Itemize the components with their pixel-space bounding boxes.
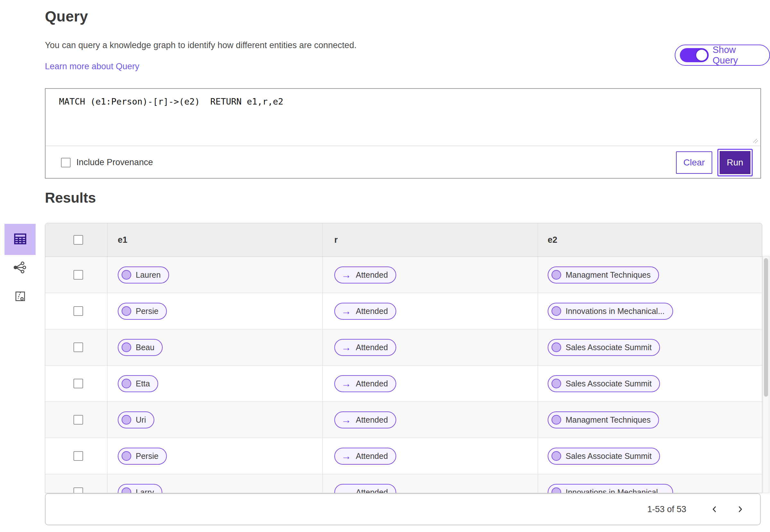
row-checkbox[interactable]	[73, 379, 83, 388]
relation-chip[interactable]: → Attended	[334, 411, 396, 428]
right-arrow-icon: →	[341, 379, 351, 389]
chip-label-e1: Lauren	[136, 270, 161, 280]
entity-node-icon	[552, 270, 561, 280]
learn-more-link[interactable]: Learn more about Query	[45, 62, 139, 72]
path-view-button[interactable]	[14, 291, 27, 303]
entity-chip-e1[interactable]: Etta	[118, 375, 158, 392]
right-arrow-icon: →	[341, 487, 351, 494]
entity-chip-e2[interactable]: Sales Associate Summit	[548, 448, 660, 465]
column-header-e2[interactable]: e2	[548, 235, 557, 245]
chip-label-e1: Persie	[136, 452, 158, 461]
next-page-button[interactable]	[733, 502, 747, 516]
query-input[interactable]	[46, 89, 760, 146]
right-arrow-icon: →	[341, 451, 351, 461]
row-checkbox[interactable]	[73, 487, 83, 493]
toggle-on-icon[interactable]	[680, 48, 709, 62]
entity-node-icon	[122, 379, 131, 388]
table-view-button[interactable]	[4, 224, 36, 255]
chip-label-e1: Persie	[136, 307, 158, 316]
chip-label-e2: Innovations in Mechanical...	[566, 488, 665, 494]
chip-label-e1: Uri	[136, 415, 146, 425]
row-checkbox[interactable]	[73, 451, 83, 461]
include-provenance-label: Include Provenance	[76, 157, 153, 167]
table-body: Lauren → Attended Managment Techniques P…	[45, 257, 762, 493]
entity-node-icon	[552, 306, 561, 316]
entity-chip-e2[interactable]: Managment Techniques	[548, 411, 659, 428]
chip-label-e1: Beau	[136, 343, 154, 352]
table-row: Larry → Attended Innovations in Mechanic…	[45, 474, 762, 493]
row-checkbox[interactable]	[73, 306, 83, 316]
entity-chip-e1[interactable]: Beau	[118, 339, 163, 356]
query-editor-panel: Include Provenance Clear Run	[45, 88, 761, 179]
results-title: Results	[45, 190, 96, 206]
entity-node-icon	[122, 270, 131, 280]
entity-chip-e1[interactable]: Persie	[118, 448, 167, 465]
graph-view-button[interactable]	[13, 261, 27, 275]
include-provenance-checkbox[interactable]	[61, 158, 71, 167]
chip-label-r: Attended	[356, 415, 388, 425]
relation-chip[interactable]: → Attended	[334, 484, 396, 494]
table-scrollbar[interactable]	[763, 256, 769, 493]
entity-chip-e2[interactable]: Innovations in Mechanical...	[548, 303, 673, 320]
query-description: You can query a knowledge graph to ident…	[45, 40, 356, 50]
select-all-checkbox[interactable]	[73, 235, 83, 245]
table-view-icon	[13, 231, 28, 248]
right-arrow-icon: →	[341, 415, 351, 425]
entity-chip-e2[interactable]: Sales Associate Summit	[548, 375, 660, 392]
chip-label-r: Attended	[356, 343, 388, 352]
run-button[interactable]: Run	[720, 151, 750, 174]
table-header-row: e1 r e2	[45, 223, 762, 257]
table-row: Lauren → Attended Managment Techniques	[45, 257, 762, 293]
relation-chip[interactable]: → Attended	[334, 448, 396, 465]
toggle-knob	[695, 49, 708, 62]
chevron-left-icon	[710, 505, 719, 514]
entity-chip-e2[interactable]: Sales Associate Summit	[548, 339, 660, 356]
row-checkbox[interactable]	[73, 415, 83, 425]
relation-chip[interactable]: → Attended	[334, 375, 396, 392]
entity-node-icon	[122, 306, 131, 316]
resize-handle-icon[interactable]	[752, 137, 759, 144]
table-row: Uri → Attended Managment Techniques	[45, 402, 762, 438]
relation-chip[interactable]: → Attended	[334, 339, 396, 356]
column-header-r[interactable]: r	[334, 235, 338, 245]
chip-label-e2: Sales Associate Summit	[566, 452, 652, 461]
entity-node-icon	[552, 379, 561, 388]
entity-chip-e1[interactable]: Uri	[118, 411, 154, 428]
entity-node-icon	[552, 415, 561, 425]
entity-node-icon	[122, 487, 131, 493]
right-arrow-icon: →	[341, 342, 351, 352]
row-checkbox[interactable]	[73, 270, 83, 280]
entity-chip-e2[interactable]: Managment Techniques	[548, 266, 659, 283]
clear-button[interactable]: Clear	[676, 151, 712, 174]
pagination-bar: 1-53 of 53	[45, 493, 761, 525]
show-query-label: Show Query	[713, 45, 762, 66]
results-table: e1 r e2 Lauren → Attended Managment Tech…	[45, 223, 762, 493]
relation-chip[interactable]: → Attended	[334, 303, 396, 320]
chip-label-e2: Sales Associate Summit	[566, 379, 652, 388]
entity-node-icon	[122, 451, 131, 461]
relation-chip[interactable]: → Attended	[334, 266, 396, 283]
chip-label-e2: Innovations in Mechanical...	[566, 307, 665, 316]
chip-label-r: Attended	[356, 379, 388, 388]
previous-page-button[interactable]	[707, 502, 722, 516]
table-row: Beau → Attended Sales Associate Summit	[45, 329, 762, 366]
entity-node-icon	[552, 342, 561, 352]
chip-label-r: Attended	[356, 488, 388, 494]
column-header-e1[interactable]: e1	[118, 235, 127, 245]
run-button-focus-ring: Run	[717, 149, 753, 176]
entity-chip-e1[interactable]: Lauren	[118, 266, 169, 283]
entity-node-icon	[122, 415, 131, 425]
scrollbar-thumb[interactable]	[764, 258, 768, 397]
table-row: Persie → Attended Sales Associate Summit	[45, 438, 762, 474]
chip-label-e2: Managment Techniques	[566, 270, 651, 280]
entity-chip-e1[interactable]: Persie	[118, 303, 167, 320]
entity-chip-e1[interactable]: Larry	[118, 484, 162, 494]
entity-chip-e2[interactable]: Innovations in Mechanical...	[548, 484, 673, 494]
row-checkbox[interactable]	[73, 342, 83, 352]
chip-label-r: Attended	[356, 270, 388, 280]
chip-label-e1: Etta	[136, 379, 150, 388]
show-query-toggle[interactable]: Show Query	[675, 45, 770, 66]
entity-node-icon	[122, 342, 131, 352]
entity-node-icon	[552, 487, 561, 493]
chevron-right-icon	[736, 505, 745, 514]
